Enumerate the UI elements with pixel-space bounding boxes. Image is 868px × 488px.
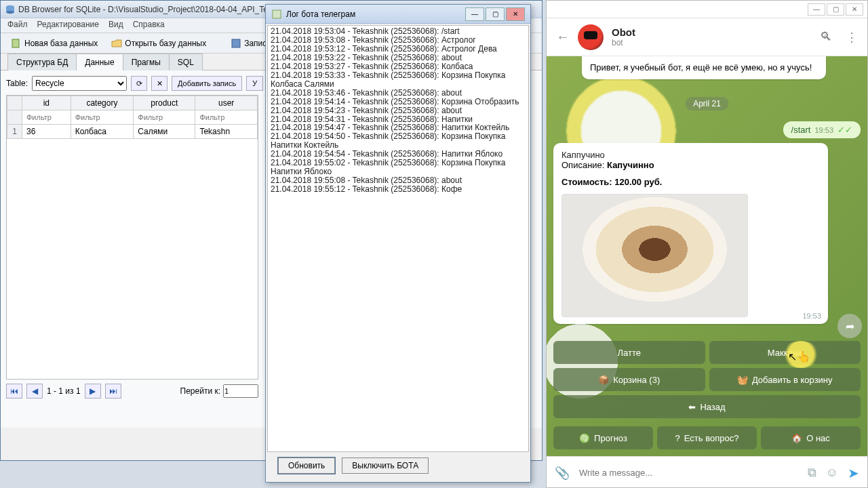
kb-cart[interactable]: 📦 Корзина (3) [553,368,705,391]
nav-prev-icon[interactable]: ◀ [26,384,43,399]
table-label: Table: [6,79,28,88]
new-db-icon [11,38,22,49]
chat-name: Obot [612,26,635,38]
search-icon[interactable]: 🔍︎ [820,30,832,45]
log-line: 21.04.2018 19:54:23 - Tekashnik (2525360… [271,106,526,115]
input-row: 📎 ⧉ ☺ ➤ [547,456,867,488]
log-icon [271,9,282,20]
read-checks-icon: ✓✓ [837,125,852,135]
inline-keyboard: Латте Маккачи 📦 Корзина (3) 🧺 Добавить в… [553,341,861,418]
message-input[interactable] [579,468,798,478]
service-text: What can this bot do? [665,56,743,63]
stop-bot-button[interactable]: Выключить БОТА [342,458,429,474]
add-record-button[interactable]: Добавить запись [172,76,242,91]
database-icon [5,4,16,15]
date-chip: April 21 [685,97,729,110]
log-title-text: Лог бота телеграм [286,9,355,19]
tg-header: ← Obot bot 🔍︎ ⋮ [547,18,867,56]
goto-label: Перейти к: [180,386,220,396]
out-text: /start [791,125,811,135]
nav-first-icon[interactable]: ⏮ [6,384,22,399]
kb-question[interactable]: ? Есть вопрос? [657,426,757,449]
minimize-icon[interactable]: — [465,7,484,21]
kb-macchiato[interactable]: Маккачи [709,341,861,364]
log-line: 21.04.2018 19:54:50 - Tekashnik (2525360… [271,132,526,150]
col-id[interactable]: id [22,96,71,110]
open-db-button[interactable]: Открыть базу данных [106,36,211,51]
card-title: Каппучино [561,150,820,160]
refresh-icon[interactable]: ⟳ [131,76,147,91]
log-line: 21.04.2018 19:53:08 - Tekashnik (2525360… [271,36,526,45]
filter-user[interactable] [199,113,253,121]
card-desc: Капучинно [607,160,654,170]
refresh-button[interactable]: Обновить [278,458,335,474]
delete-record-button[interactable]: У [246,76,263,91]
tg-minimize-icon[interactable]: — [808,3,825,16]
emoji-icon[interactable]: ☺ [826,466,838,480]
menu-help[interactable]: Справка [133,20,165,31]
kb-back[interactable]: ⬅ Назад [553,395,861,418]
telegram-window: — ▢ ✕ ← Obot bot 🔍︎ ⋮ What can this bot … [546,0,868,488]
product-image [561,194,748,317]
commands-icon[interactable]: ⧉ [808,466,816,480]
table-select[interactable]: Recycle [32,76,127,91]
menu-dots-icon[interactable]: ⋮ [846,30,858,45]
filter-product[interactable] [138,113,191,121]
attach-icon[interactable]: 📎 [555,466,570,481]
grid-nav: ⏮ ◀ 1 - 1 из 1 ▶ ⏭ Перейти к: [6,384,258,399]
tab-pragmas[interactable]: Прагмы [123,54,170,70]
card-price: 120.00 руб. [614,177,662,187]
inline-keyboard-row3: ♍ Прогноз ? Есть вопрос? 🏠 О нас [553,426,861,449]
kb-forecast[interactable]: ♍ Прогноз [553,426,653,449]
log-title-bar: Лог бота телеграм — ▢ ✕ [266,5,530,24]
menu-view[interactable]: Вид [108,20,123,31]
svg-rect-4 [232,39,240,47]
menu-file[interactable]: Файл [7,20,28,31]
back-icon[interactable]: ← [556,29,570,45]
svg-rect-5 [273,10,281,18]
log-line: 21.04.2018 19:53:12 - Tekashnik (2525360… [271,45,526,54]
kb-add-to-cart[interactable]: 🧺 Добавить в корзину [709,368,861,391]
new-db-label: Новая база данных [24,39,98,48]
col-category[interactable]: category [71,96,134,110]
data-grid[interactable]: id category product user 1 36 Колбаса С [6,95,258,380]
nav-last-icon[interactable]: ⏭ [105,384,121,399]
tab-data[interactable]: Данные [76,54,123,70]
table-row[interactable]: 1 36 Колбаса Салями Tekashn [7,125,258,139]
menu-edit[interactable]: Редактирование [37,20,99,31]
send-icon[interactable]: ➤ [848,465,859,481]
maximize-icon[interactable]: ▢ [486,7,505,21]
chat-area[interactable]: What can this bot do? Привет, я учебный … [547,56,867,456]
filter-id[interactable] [26,113,66,121]
product-card: Каппучино Описание: Капучинно Стоимость:… [553,143,828,324]
forward-icon[interactable]: ➦ [837,314,862,338]
clear-icon[interactable]: ✕ [151,76,167,91]
svg-rect-3 [12,39,19,47]
avatar[interactable] [578,24,604,50]
kb-about[interactable]: 🏠 О нас [761,426,861,449]
tab-sql[interactable]: SQL [169,54,203,70]
tg-maximize-icon[interactable]: ▢ [827,3,844,16]
log-line: 21.04.2018 19:53:27 - Tekashnik (2525360… [271,62,526,71]
log-line: 21.04.2018 19:53:33 - Tekashnik (2525360… [271,71,526,89]
outgoing-message: /start 19:53 ✓✓ [783,121,861,138]
log-line: 21.04.2018 19:54:14 - Tekashnik (2525360… [271,98,526,106]
goto-input[interactable] [223,384,258,398]
open-db-label: Открыть базу данных [125,39,206,48]
tab-structure[interactable]: Структура БД [7,54,77,70]
log-line: 21.04.2018 19:53:46 - Tekashnik (2525360… [271,89,526,98]
close-icon[interactable]: ✕ [506,7,525,21]
col-product[interactable]: product [134,96,195,110]
filter-category[interactable] [75,113,130,121]
log-body[interactable]: 21.04.2018 19:53:04 - Tekashnik (2525360… [267,25,529,452]
kb-latte[interactable]: Латте [553,341,705,364]
chat-subtitle: bot [612,38,635,47]
db-title-text: DB Browser for SQLite - D:\VisualStudio_… [18,5,270,14]
incoming-message: What can this bot do? Привет, я учебный … [582,56,826,79]
col-user[interactable]: user [195,96,258,110]
new-db-button[interactable]: Новая база данных [6,36,102,51]
log-line: 21.04.2018 19:53:22 - Tekashnik (2525360… [271,54,526,62]
tg-close-icon[interactable]: ✕ [846,3,863,16]
svg-point-2 [6,10,14,13]
nav-next-icon[interactable]: ▶ [85,384,101,399]
